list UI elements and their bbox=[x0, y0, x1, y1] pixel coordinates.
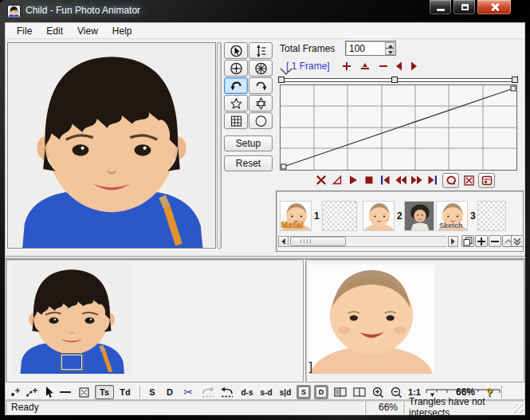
last-frame-button[interactable] bbox=[426, 174, 439, 186]
tool-pointer-button[interactable] bbox=[224, 42, 248, 59]
redo-button[interactable] bbox=[200, 385, 216, 399]
resize-grip[interactable] bbox=[514, 404, 524, 414]
remove-key-button[interactable] bbox=[377, 61, 390, 72]
fast-forward-button[interactable] bbox=[410, 174, 423, 186]
panel-splitter[interactable] bbox=[217, 42, 222, 249]
scrollbar-thumb[interactable] bbox=[290, 237, 346, 246]
frame-dialog-button[interactable] bbox=[478, 173, 495, 188]
s-view-button[interactable]: S bbox=[296, 385, 311, 399]
tool-curve-left-button[interactable] bbox=[224, 77, 248, 94]
slider-handle-end[interactable] bbox=[512, 77, 518, 83]
filmstrip-thumb-2[interactable] bbox=[363, 201, 395, 231]
maximize-button[interactable] bbox=[453, 0, 476, 15]
filmstrip-empty-slot-2[interactable] bbox=[477, 201, 506, 231]
tool-move-button[interactable] bbox=[224, 60, 248, 77]
setup-button[interactable]: Setup bbox=[224, 135, 273, 151]
tool-grid-button[interactable] bbox=[224, 112, 248, 129]
move-down-button[interactable] bbox=[511, 235, 524, 247]
title-bar[interactable]: Child - Fun Photo Animator bbox=[0, 0, 530, 22]
duplicate-frame-button[interactable] bbox=[461, 235, 474, 247]
close-box-button[interactable] bbox=[462, 174, 475, 186]
slider-handle-mid[interactable] bbox=[392, 77, 398, 83]
add-frame-button[interactable] bbox=[475, 235, 488, 247]
loop-icon bbox=[446, 175, 457, 186]
menu-view[interactable]: View bbox=[71, 24, 104, 38]
scrollbar-grip-dots bbox=[300, 239, 313, 243]
tool-ellipse-button[interactable] bbox=[249, 112, 273, 129]
delete-frame-button[interactable] bbox=[315, 174, 328, 186]
total-frames-label: Total Frames bbox=[280, 43, 335, 54]
split-both-button[interactable] bbox=[351, 385, 367, 399]
rewind-button[interactable] bbox=[395, 174, 407, 186]
td-toggle-button[interactable]: Td bbox=[116, 385, 135, 399]
prev-key-button[interactable] bbox=[393, 61, 406, 72]
levels-icon bbox=[254, 45, 268, 57]
curve-handle-start[interactable] bbox=[281, 164, 286, 169]
main-photo-canvas[interactable] bbox=[7, 42, 216, 249]
filmstrip-thumb-1[interactable]: Metal bbox=[280, 201, 312, 231]
cursor-tool-button[interactable] bbox=[44, 385, 55, 399]
d-view-button[interactable]: D bbox=[314, 385, 328, 399]
tool-star6-button[interactable] bbox=[249, 95, 273, 112]
close-box-icon bbox=[464, 175, 474, 186]
curve-handle-end[interactable] bbox=[511, 86, 516, 91]
add-polyline-button[interactable] bbox=[25, 385, 39, 399]
menu-edit[interactable]: Edit bbox=[40, 24, 69, 38]
insert-key-button[interactable] bbox=[359, 61, 371, 72]
sld-button[interactable]: s|d bbox=[277, 385, 294, 399]
play-button[interactable] bbox=[347, 174, 359, 186]
dest-edit-pane[interactable]: ] bbox=[305, 259, 524, 383]
next-key-icon bbox=[407, 61, 420, 72]
reset-button[interactable]: Reset bbox=[224, 155, 273, 171]
app-icon bbox=[7, 5, 21, 18]
filmstrip-empty-slot[interactable] bbox=[322, 201, 357, 231]
curve-left-icon bbox=[230, 80, 243, 92]
spin-down-icon[interactable] bbox=[385, 49, 395, 55]
minimize-button[interactable] bbox=[429, 0, 452, 15]
interpolation-graph[interactable] bbox=[280, 84, 517, 171]
scissors-button[interactable]: ✂ bbox=[181, 385, 195, 399]
source-edit-pane[interactable] bbox=[6, 259, 304, 383]
screen: Child - Fun Photo Animator File Edit Vie… bbox=[0, 0, 530, 420]
menu-help[interactable]: Help bbox=[106, 24, 139, 38]
loop-button[interactable] bbox=[442, 173, 459, 188]
line-tool-button[interactable] bbox=[58, 385, 73, 399]
status-zoom: 66% bbox=[365, 400, 403, 414]
animation-section: Total Frames [ 1 Frame] bbox=[275, 39, 525, 256]
add-point-button[interactable] bbox=[9, 385, 22, 399]
bracket-mark: ] bbox=[307, 359, 315, 375]
slider-handle-start[interactable] bbox=[279, 77, 285, 83]
filmstrip-thumb-3[interactable]: Sketch bbox=[436, 201, 468, 231]
filmstrip-thumb-girl[interactable] bbox=[404, 201, 434, 231]
s-button[interactable]: S bbox=[146, 385, 159, 399]
first-frame-button[interactable] bbox=[379, 174, 391, 186]
split-left-button[interactable] bbox=[332, 385, 348, 399]
ds-button[interactable]: d-s bbox=[238, 385, 256, 399]
tool-curve-right-button[interactable] bbox=[249, 77, 273, 94]
d-button[interactable]: D bbox=[163, 385, 176, 399]
scroll-right-button[interactable] bbox=[448, 236, 458, 247]
menu-file[interactable]: File bbox=[10, 24, 38, 38]
close-button[interactable] bbox=[477, 0, 512, 15]
tool-levels-button[interactable] bbox=[249, 42, 273, 59]
remove-frame-button[interactable] bbox=[489, 235, 501, 247]
tool-rays-button[interactable] bbox=[249, 60, 273, 77]
zoom-in-button[interactable] bbox=[371, 385, 385, 399]
undo-button[interactable] bbox=[219, 385, 235, 399]
status-message: Trangles have not intersects bbox=[403, 400, 524, 414]
box-x-button[interactable] bbox=[77, 385, 90, 399]
total-frames-input[interactable] bbox=[347, 42, 383, 54]
adjust-triangle-button[interactable] bbox=[331, 174, 344, 186]
mesh-selection-box[interactable] bbox=[60, 353, 84, 371]
add-key-button[interactable] bbox=[340, 61, 353, 72]
sd-button[interactable]: s-d bbox=[257, 385, 275, 399]
scroll-left-button[interactable] bbox=[278, 236, 289, 247]
ts-toggle-button[interactable]: Ts bbox=[95, 385, 114, 399]
stop-button[interactable] bbox=[363, 174, 375, 186]
grid-icon bbox=[230, 115, 243, 128]
tool-star5-button[interactable] bbox=[224, 95, 248, 112]
spin-up-icon[interactable] bbox=[385, 42, 395, 49]
zoom-out-button[interactable] bbox=[389, 385, 403, 399]
next-key-button[interactable] bbox=[407, 61, 420, 72]
add-key-icon bbox=[340, 61, 353, 72]
